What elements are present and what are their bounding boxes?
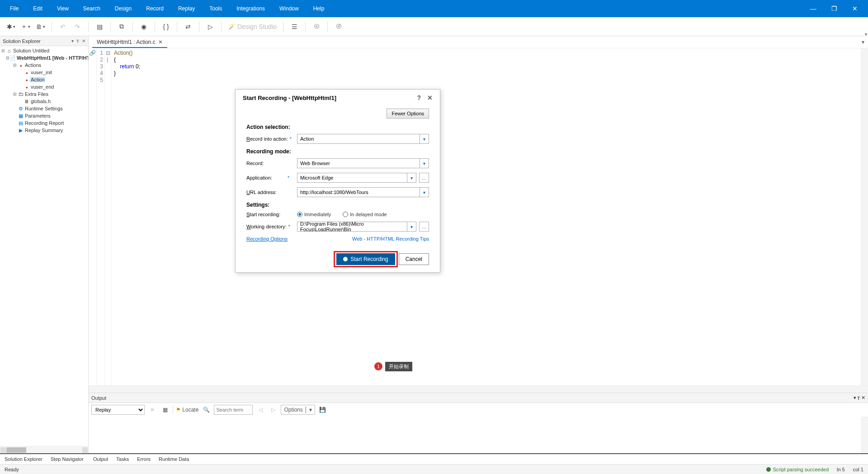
output-clear-button[interactable]: ✕: [147, 405, 157, 415]
application-combo[interactable]: Microsoft Edge▾: [297, 173, 416, 183]
record-into-action-combo[interactable]: Action▾: [297, 134, 429, 144]
tree-solution-root[interactable]: ⊟⌂Solution Untitled: [0, 47, 88, 54]
run-button[interactable]: ▷: [204, 20, 217, 33]
menu-view[interactable]: View: [50, 0, 76, 17]
code-editor[interactable]: 🔗 12345 ⊟⌊ Action() { return 0; }: [89, 48, 868, 385]
tree-action-vuser-init[interactable]: ⬥vuser_init: [0, 69, 88, 76]
menu-edit[interactable]: Edit: [26, 0, 50, 17]
output-prev-button[interactable]: ◁: [255, 405, 265, 415]
radio-immediately[interactable]: Immediately: [297, 212, 331, 217]
tree-extra-files-folder[interactable]: ⊟🗀Extra Files: [0, 90, 88, 98]
toolbar-btn-4[interactable]: ⦾: [310, 20, 323, 33]
chevron-down-icon[interactable]: ▾: [420, 159, 429, 168]
output-grid-button[interactable]: ▦: [160, 405, 170, 415]
dialog-help-icon[interactable]: ?: [417, 94, 421, 101]
braces-button[interactable]: { }: [160, 20, 172, 33]
toolbar-btn-1[interactable]: ▤: [93, 20, 106, 33]
save-button[interactable]: 🗎▾: [34, 20, 47, 33]
tab-close-icon[interactable]: ✕: [158, 39, 163, 45]
chevron-down-icon[interactable]: ▾: [420, 134, 429, 143]
code-content[interactable]: Action() { return 0; }: [111, 48, 861, 385]
add-button[interactable]: ＋▾: [19, 20, 32, 33]
compile-button[interactable]: ⇄: [182, 20, 194, 33]
tree-recording-report[interactable]: ▤Recording Report: [0, 119, 88, 127]
tab-step-navigator[interactable]: Step Navigator: [51, 456, 84, 462]
tab-tasks[interactable]: Tasks: [116, 456, 129, 462]
tree-replay-summary[interactable]: ▶Replay Summary: [0, 127, 88, 134]
panel-dropdown-icon[interactable]: ▾: [71, 38, 74, 43]
actions-folder-icon: ⬥: [18, 62, 24, 68]
start-recording-button[interactable]: Start Recording: [336, 253, 395, 265]
tab-runtime-data[interactable]: Runtime Data: [159, 456, 189, 462]
menu-search[interactable]: Search: [76, 0, 108, 17]
chevron-down-icon[interactable]: ▾: [407, 173, 416, 182]
output-options-button[interactable]: Options │ ▾: [281, 405, 315, 415]
toolbar-btn-2[interactable]: ⧉: [115, 20, 128, 33]
tree-script-node[interactable]: ⊟📄WebHttpHtml1 [Web - HTTP/HTML]: [0, 54, 88, 62]
output-pin-icon[interactable]: ⫪: [856, 395, 861, 401]
output-save-button[interactable]: 💾: [318, 405, 328, 415]
link-icon: 🔗: [89, 50, 96, 56]
window-minimize-button[interactable]: —: [803, 0, 824, 17]
window-close-button[interactable]: ✕: [844, 0, 865, 17]
toolbar-btn-3[interactable]: ☰: [288, 20, 301, 33]
editor-bottom-tabs: Output Tasks Errors Runtime Data: [89, 453, 868, 464]
toolbar-btn-5[interactable]: ⦾ͮ: [332, 20, 345, 33]
dialog-close-icon[interactable]: ✕: [427, 94, 433, 101]
tree-globals-h[interactable]: 🗎globals.h: [0, 98, 88, 105]
working-directory-combo[interactable]: D:\Program Files (x86)\Micro Focus\LoadR…: [297, 222, 416, 232]
tree-action-action[interactable]: ⬥Action: [0, 76, 88, 83]
fewer-options-button[interactable]: Fewer Options: [387, 109, 429, 118]
sidebar-horizontal-scrollbar[interactable]: [0, 446, 88, 453]
editor-vertical-scrollbar[interactable]: [861, 48, 868, 385]
output-close-icon[interactable]: ✕: [861, 395, 865, 401]
menu-integrations[interactable]: Integrations: [229, 0, 272, 17]
tree-runtime-settings[interactable]: ⚙Runtime Settings: [0, 105, 88, 112]
menu-help[interactable]: Help: [306, 0, 332, 17]
editor-fold-column[interactable]: ⊟⌊: [105, 48, 111, 385]
working-directory-browse-button[interactable]: …: [419, 222, 429, 232]
panel-pin-icon[interactable]: ⫪: [75, 38, 80, 43]
tab-output[interactable]: Output: [93, 456, 108, 462]
radio-delayed[interactable]: In delayed mode: [343, 212, 387, 217]
output-scrollbar[interactable]: [861, 417, 868, 453]
menu-window[interactable]: Window: [272, 0, 306, 17]
undo-icon: ↶: [60, 23, 66, 30]
editor-horizontal-scrollbar[interactable]: [89, 385, 868, 393]
redo-button[interactable]: ↷: [71, 20, 84, 33]
window-maximize-button[interactable]: ❐: [824, 0, 844, 17]
file-icon: 🗎: [24, 99, 30, 104]
output-filter-select[interactable]: Replay: [91, 405, 145, 415]
design-studio-button[interactable]: 🪄 Design Studio: [226, 20, 278, 33]
output-search-button[interactable]: 🔍: [201, 405, 211, 415]
redo-icon: ↷: [75, 23, 80, 30]
new-script-button[interactable]: ✱▾: [5, 20, 17, 33]
tab-solution-explorer[interactable]: Solution Explorer: [5, 456, 42, 462]
menu-replay[interactable]: Replay: [171, 0, 202, 17]
tree-parameters[interactable]: ▦Parameters: [0, 112, 88, 119]
cancel-button[interactable]: Cancel: [399, 253, 429, 265]
undo-button[interactable]: ↶: [57, 20, 69, 33]
editor-area: WebHttpHtml1 : Action.c ✕ ▾ 🔗 12345 ⊟⌊ A…: [89, 36, 868, 453]
panel-close-icon[interactable]: ✕: [82, 38, 85, 43]
menu-file[interactable]: File: [3, 0, 26, 17]
recording-tips-link[interactable]: Web - HTTP/HTML Recording Tips: [352, 236, 429, 242]
chevron-down-icon[interactable]: ▾: [407, 222, 416, 231]
tab-action-c[interactable]: WebHttpHtml1 : Action.c ✕: [92, 37, 167, 48]
output-next-button[interactable]: ▷: [268, 405, 278, 415]
menu-tools[interactable]: Tools: [202, 0, 229, 17]
tree-actions-folder[interactable]: ⊟⬥Actions: [0, 62, 88, 69]
url-combo[interactable]: http://localhost:1080/WebTours▾: [297, 187, 429, 197]
output-locate-button[interactable]: ⚑ Locate: [176, 405, 198, 415]
tree-action-vuser-end[interactable]: ⬥vuser_end: [0, 83, 88, 90]
tab-errors[interactable]: Errors: [137, 456, 151, 462]
menu-design[interactable]: Design: [108, 0, 139, 17]
record-combo[interactable]: Web Browser▾: [297, 158, 429, 168]
application-browse-button[interactable]: …: [419, 173, 429, 183]
record-button[interactable]: ◉: [137, 20, 150, 33]
output-search-input[interactable]: [214, 405, 253, 415]
recording-options-link[interactable]: Recording Options: [246, 236, 288, 242]
menu-record[interactable]: Record: [139, 0, 171, 17]
tab-options-icon[interactable]: ▾: [862, 39, 864, 45]
chevron-down-icon[interactable]: ▾: [420, 188, 429, 197]
